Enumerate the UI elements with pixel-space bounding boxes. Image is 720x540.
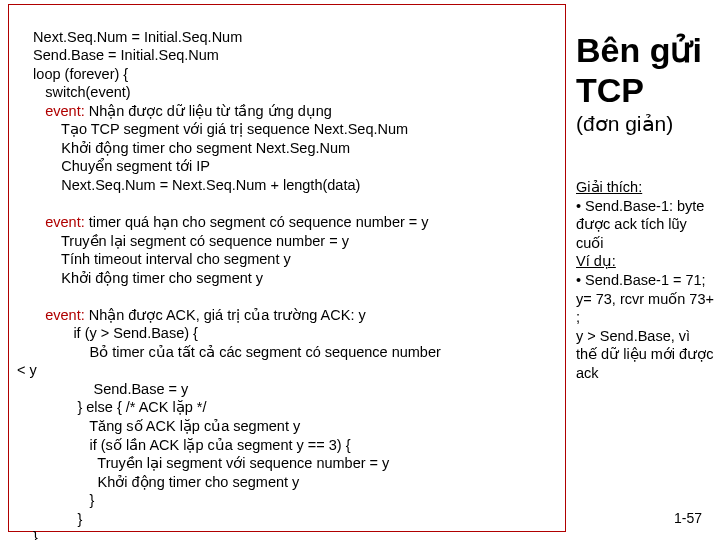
notes-line: • Send.Base-1: byte được ack tích lũy cu… (576, 197, 714, 253)
code-line: Tăng số ACK lặp của segment y (17, 418, 300, 434)
code-line: Truyền lại segment với sequence number =… (17, 455, 389, 471)
code-line: event: timer quá hạn cho segment có sequ… (17, 214, 429, 230)
right-panel: Bên gửi TCP (đơn giản) Giải thích: • Sen… (576, 30, 714, 382)
code-line: Truyền lại segment có sequence number = … (17, 233, 349, 249)
code-line: Chuyển segment tới IP (17, 158, 210, 174)
notes-heading: Giải thích: (576, 178, 714, 197)
code-line: Send.Base = Initial.Seq.Num (17, 47, 219, 63)
code-line: Khởi động timer cho segment Next.Seg.Num (17, 140, 350, 156)
notes-subhead: Ví dụ: (576, 252, 714, 271)
page-number: 1-57 (674, 510, 702, 526)
code-line: } else { /* ACK lặp */ (17, 399, 207, 415)
slide-subtitle: (đơn giản) (576, 112, 714, 136)
code-line: Tạo TCP segment với giá trị sequence Nex… (17, 121, 408, 137)
event-keyword: event: (45, 214, 85, 230)
code-line: if (số lần ACK lặp của segment y == 3) { (17, 437, 351, 453)
slide-title-line1: Bên gửi (576, 30, 714, 70)
notes-line: • Send.Base-1 = 71; y= 73, rcvr muốn 73+… (576, 271, 714, 327)
code-line: Bỏ timer của tất cả các segment có seque… (17, 344, 441, 360)
event-keyword: event: (45, 307, 85, 323)
code-line: < y (17, 362, 37, 378)
slide-title-line2: TCP (576, 70, 714, 110)
code-line: if (y > Send.Base) { (17, 325, 198, 341)
code-line: Next.Seq.Num = Initial.Seq.Num (17, 29, 242, 45)
code-line: event: Nhận được ACK, giá trị của trường… (17, 307, 366, 323)
code-line: Khởi động timer cho segment y (17, 474, 299, 490)
code-line: } (17, 511, 82, 527)
code-line: event: Nhận được dữ liệu từ tầng ứng dụn… (17, 103, 332, 119)
notes-line: y > Send.Base, vì thế dữ liệu mới được a… (576, 327, 714, 383)
code-line: Tính timeout interval cho segment y (17, 251, 291, 267)
notes-block: Giải thích: • Send.Base-1: byte được ack… (576, 178, 714, 382)
code-line: Khởi động timer cho segment y (17, 270, 263, 286)
code-line: loop (forever) { (17, 66, 128, 82)
code-line: switch(event) (17, 84, 131, 100)
code-line: Send.Base = y (17, 381, 188, 397)
code-line: Next.Seq.Num = Next.Seq.Num + length(dat… (17, 177, 360, 193)
event-keyword: event: (45, 103, 85, 119)
code-block: Next.Seq.Num = Initial.Seq.Num Send.Base… (8, 4, 566, 532)
code-line: } (17, 529, 38, 540)
code-line: } (17, 492, 94, 508)
